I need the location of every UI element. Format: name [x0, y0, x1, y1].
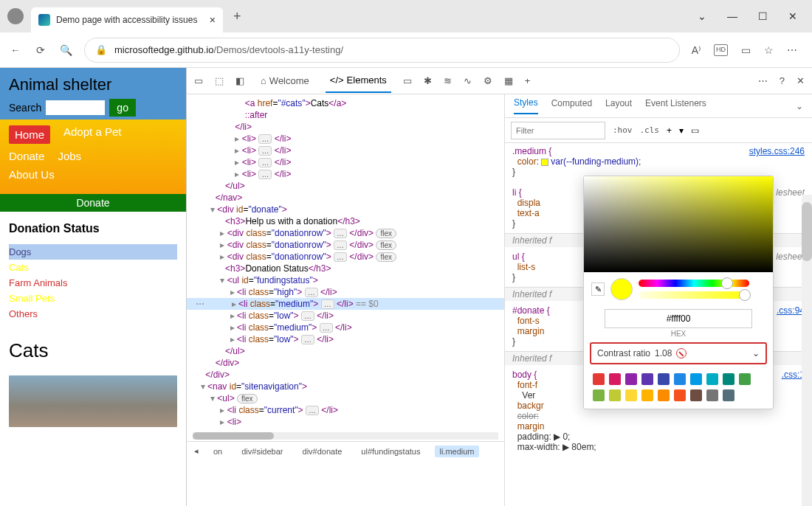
source-link[interactable]: .css:94: [777, 305, 805, 316]
search-input[interactable]: [46, 100, 105, 115]
home-icon: ⌂: [261, 75, 266, 86]
tab-computed[interactable]: Computed: [551, 98, 592, 114]
tab-welcome[interactable]: ⌂Welcome: [256, 69, 314, 92]
status-small[interactable]: Small Pets: [9, 291, 177, 306]
window-titlebar: Demo page with accessibility issues × + …: [0, 0, 812, 32]
read-aloud-icon[interactable]: A⁾: [692, 44, 701, 56]
more-tools-icon[interactable]: ⋯: [758, 75, 768, 86]
donate-button[interactable]: Donate: [0, 194, 186, 212]
hex-label: HEX: [584, 330, 773, 338]
maximize-icon[interactable]: ☐: [758, 10, 768, 22]
no-symbol-icon: [676, 348, 687, 358]
color-swatch[interactable]: [674, 389, 686, 401]
plus-icon[interactable]: +: [667, 125, 672, 136]
more-tabs-icon[interactable]: +: [525, 75, 531, 86]
favorite-icon[interactable]: ☆: [764, 44, 774, 56]
boxmodel-icon[interactable]: ▭: [691, 125, 699, 136]
color-swatches: [584, 369, 773, 409]
color-swatch[interactable]: [723, 389, 734, 401]
color-swatch[interactable]: [739, 373, 751, 385]
go-button[interactable]: go: [109, 99, 136, 117]
color-swatch[interactable]: [690, 373, 702, 385]
memory-icon[interactable]: ⚙: [484, 75, 492, 86]
color-swatch[interactable]: [641, 389, 653, 401]
color-swatch[interactable]: [658, 389, 670, 401]
color-swatch[interactable]: [609, 389, 621, 401]
hue-slider[interactable]: [639, 280, 749, 287]
nav-home[interactable]: Home: [9, 125, 50, 144]
hd-icon[interactable]: HD: [714, 44, 728, 56]
chevron-down-icon[interactable]: ⌄: [752, 348, 760, 358]
color-swatch[interactable]: [625, 373, 637, 385]
status-dogs[interactable]: Dogs: [9, 244, 177, 260]
brush-icon[interactable]: ▾: [679, 125, 684, 136]
page-content: Animal shelter Search go Home Adopt a Pe…: [0, 68, 186, 506]
hex-input[interactable]: [605, 309, 752, 328]
color-swatch[interactable]: [625, 389, 637, 401]
breadcrumb-left-icon[interactable]: ◂: [194, 446, 199, 456]
status-others[interactable]: Others: [9, 306, 177, 322]
search-icon[interactable]: 🔍: [59, 44, 72, 57]
devtools-close-icon[interactable]: ✕: [796, 75, 805, 86]
tab-elements[interactable]: </>Elements: [326, 69, 391, 93]
color-swatch[interactable]: [593, 373, 605, 385]
tab-title: Demo page with accessibility issues: [56, 15, 204, 25]
console-icon[interactable]: ▭: [403, 75, 412, 86]
help-icon[interactable]: ?: [780, 75, 785, 86]
color-swatch[interactable]: [609, 373, 621, 385]
dock-icon[interactable]: ◧: [235, 75, 244, 86]
device-toggle-icon[interactable]: ▭: [194, 75, 203, 86]
lock-icon: 🔒: [95, 44, 107, 55]
nav-jobs[interactable]: Jobs: [58, 150, 81, 162]
chevron-down-icon[interactable]: ⌄: [796, 101, 803, 111]
cat-image: [9, 375, 177, 427]
nav-adopt[interactable]: Adopt a Pet: [63, 125, 121, 144]
reader-icon[interactable]: ▭: [741, 44, 751, 56]
browser-tab[interactable]: Demo page with accessibility issues ×: [31, 7, 223, 32]
source-link[interactable]: styles.css:246: [749, 146, 805, 156]
edge-favicon-icon: [38, 14, 50, 26]
minimize-icon[interactable]: —: [727, 10, 737, 22]
scrollbar[interactable]: [802, 195, 812, 506]
tab-layout[interactable]: Layout: [605, 98, 632, 114]
breadcrumb[interactable]: ◂ on div#sidebar div#donate ul#fundingst…: [187, 441, 504, 460]
color-swatch[interactable]: [706, 389, 718, 401]
profile-avatar[interactable]: [7, 8, 24, 24]
color-swatch[interactable]: [723, 373, 734, 385]
new-tab-button[interactable]: +: [233, 9, 241, 24]
nav-about[interactable]: About Us: [9, 168, 55, 181]
page-title: Animal shelter: [9, 75, 177, 94]
close-window-icon[interactable]: ✕: [788, 10, 797, 22]
cls-toggle[interactable]: .cls: [640, 125, 660, 135]
color-swatch[interactable]: [674, 373, 686, 385]
color-swatch[interactable]: [593, 389, 605, 401]
back-icon[interactable]: ←: [9, 44, 22, 57]
status-cats[interactable]: Cats: [9, 260, 177, 275]
more-icon[interactable]: ⋯: [787, 44, 797, 56]
code-icon: </>: [330, 74, 344, 86]
url-field[interactable]: 🔒 microsoftedge.github.io/Demos/devtools…: [84, 38, 680, 63]
status-farm[interactable]: Farm Animals: [9, 275, 177, 291]
color-swatch[interactable]: [641, 373, 653, 385]
color-swatch[interactable]: [706, 373, 718, 385]
chevron-down-icon[interactable]: ⌄: [698, 10, 706, 22]
contrast-ratio-row[interactable]: Contrast ratio 1.08 ⌄: [590, 342, 767, 364]
sources-icon[interactable]: ✱: [424, 75, 432, 86]
elements-tree[interactable]: <a href="#cats">Cats</a> ::after </li> ▸…: [187, 94, 504, 441]
tab-listeners[interactable]: Event Listeners: [645, 98, 706, 114]
eyedropper-icon[interactable]: ✎: [591, 283, 605, 296]
nav-donate[interactable]: Donate: [9, 150, 44, 162]
refresh-icon[interactable]: ⟳: [34, 44, 47, 57]
filter-input[interactable]: [511, 122, 605, 139]
color-swatch[interactable]: [690, 389, 702, 401]
hov-toggle[interactable]: :hov: [613, 125, 633, 135]
inspect-icon[interactable]: ⬚: [215, 75, 224, 86]
performance-icon[interactable]: ∿: [464, 75, 472, 86]
color-swatch[interactable]: [658, 373, 670, 385]
color-canvas[interactable]: [584, 176, 773, 272]
close-icon[interactable]: ×: [210, 14, 216, 26]
application-icon[interactable]: ▦: [504, 75, 513, 86]
tab-styles[interactable]: Styles: [514, 97, 538, 114]
network-icon[interactable]: ≋: [444, 75, 452, 86]
alpha-slider[interactable]: [639, 291, 749, 299]
